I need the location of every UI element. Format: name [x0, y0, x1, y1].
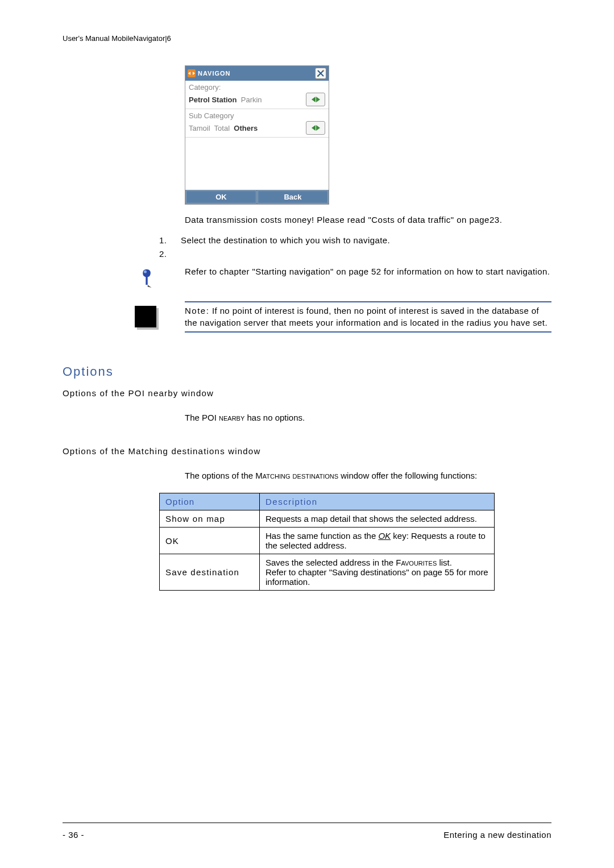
- page-number: - 36 -: [63, 830, 84, 840]
- svg-point-3: [144, 271, 147, 273]
- back-softkey[interactable]: Back: [258, 190, 328, 203]
- subcategory-label: Sub Category: [189, 111, 325, 120]
- table-row: Save destination Saves the selected addr…: [160, 554, 495, 591]
- th-option: Option: [160, 493, 260, 510]
- table-row: Show on map Requests a map detail that s…: [160, 510, 495, 528]
- step-2: 2.: [159, 247, 551, 261]
- options-heading: Options: [63, 364, 551, 379]
- table-row: OK Has the same function as the OK key: …: [160, 528, 495, 554]
- note-icon: [135, 306, 156, 327]
- footer-section: Entering a new destination: [443, 830, 551, 840]
- cost-paragraph: Data transmission costs money! Please re…: [185, 214, 551, 226]
- category-value[interactable]: Petrol Station Parkin: [189, 95, 262, 104]
- options-table: Option Description Show on map Requests …: [159, 493, 495, 591]
- subcategory-value[interactable]: Tamoil Total Others: [189, 124, 258, 132]
- category-label: Category:: [189, 83, 325, 92]
- svg-rect-2: [146, 276, 147, 285]
- matching-subheading: Options of the Matching destinations win…: [63, 446, 551, 456]
- poi-subheading: Options of the POI nearby window: [63, 388, 551, 398]
- note-text: Note: If no point of interest is found, …: [185, 301, 551, 333]
- info-pushpin-icon: [137, 265, 156, 290]
- info-reference: Refer to chapter "Starting navigation" o…: [185, 265, 551, 278]
- page-header: User's Manual MobileNavigator|6: [63, 34, 551, 43]
- device-screenshot: NAVIGON Category: Petrol Station Parkin …: [185, 65, 551, 205]
- step-1: 1.Select the destination to which you wi…: [159, 234, 551, 247]
- ok-softkey[interactable]: OK: [186, 190, 256, 203]
- matching-text: The options of the Matching destinations…: [185, 470, 551, 481]
- th-description: Description: [260, 493, 495, 510]
- subcategory-spinner[interactable]: [306, 121, 325, 135]
- close-icon[interactable]: [315, 68, 326, 79]
- poi-text: The POI nearby has no options.: [185, 412, 551, 423]
- category-spinner[interactable]: [306, 93, 325, 106]
- navigon-logo-icon: [188, 69, 196, 77]
- app-title: NAVIGON: [198, 70, 231, 77]
